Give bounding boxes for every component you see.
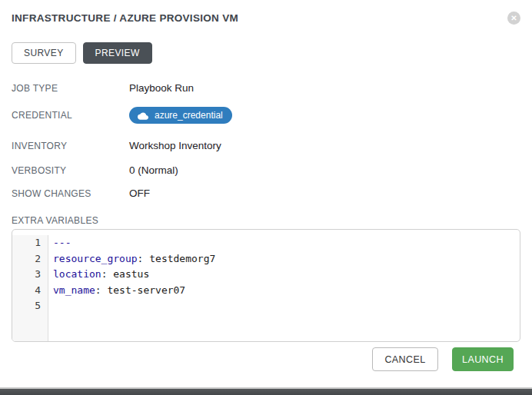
launch-button[interactable]: LAUNCH	[452, 347, 514, 371]
code-line: ---	[48, 235, 71, 251]
line-number: 4	[12, 283, 48, 299]
editor-gutter-fill	[12, 314, 520, 342]
extra-variables-editor[interactable]: 1 --- 2 resource_group: testdemorg7 3 lo…	[12, 229, 520, 342]
field-label: JOB TYPE	[12, 83, 129, 94]
field-label: INVENTORY	[12, 141, 129, 151]
field-label: CREDENTIAL	[12, 110, 129, 121]
credential-badge-label: azure_credential	[155, 110, 223, 121]
line-number: 1	[12, 235, 48, 251]
launch-preview-modal: INFRASTRUCTURE / AZURE PROVISION VM ✕ SU…	[0, 0, 532, 395]
cloud-icon	[138, 111, 148, 120]
field-value: OFF	[129, 188, 150, 199]
close-icon[interactable]: ✕	[507, 12, 520, 25]
tab-survey[interactable]: SURVEY	[12, 42, 76, 64]
tab-preview[interactable]: PREVIEW	[83, 42, 152, 64]
code-line: resource_group: testdemorg7	[48, 251, 215, 267]
line-number: 3	[12, 267, 48, 283]
editor-line: 2 resource_group: testdemorg7	[12, 251, 520, 267]
tab-bar: SURVEY PREVIEW	[12, 42, 520, 64]
field-value: 0 (Normal)	[129, 164, 178, 176]
code-line: location: eastus	[48, 267, 149, 283]
field-value: Workshop Inventory	[129, 140, 221, 151]
extra-variables-label: EXTRA VARIABLES	[12, 215, 520, 226]
job-detail-fields: JOB TYPE Playbook Run CREDENTIAL azure_c…	[12, 82, 520, 199]
cancel-button[interactable]: CANCEL	[372, 347, 438, 371]
field-value: Playbook Run	[129, 82, 194, 94]
line-number: 5	[12, 298, 48, 314]
window-bottom-edge	[0, 387, 532, 395]
modal-header: INFRASTRUCTURE / AZURE PROVISION VM ✕	[12, 0, 520, 25]
field-row-show-changes: SHOW CHANGES OFF	[12, 188, 520, 199]
editor-line: 1 ---	[12, 235, 520, 251]
editor-line: 4 vm_name: test-server07	[12, 283, 520, 299]
modal-footer: CANCEL LAUNCH	[372, 347, 514, 371]
code-line: vm_name: test-server07	[48, 283, 185, 299]
code-line	[48, 298, 53, 314]
field-row-inventory: INVENTORY Workshop Inventory	[12, 140, 520, 151]
line-number: 2	[12, 251, 48, 267]
editor-line: 5	[12, 298, 520, 314]
field-row-job-type: JOB TYPE Playbook Run	[12, 82, 520, 94]
field-label: VERBOSITY	[12, 165, 129, 176]
credential-badge[interactable]: azure_credential	[129, 107, 232, 124]
field-label: SHOW CHANGES	[12, 188, 129, 199]
field-row-credential: CREDENTIAL azure_credential	[12, 107, 520, 124]
field-row-verbosity: VERBOSITY 0 (Normal)	[12, 164, 520, 176]
modal-title: INFRASTRUCTURE / AZURE PROVISION VM	[12, 12, 238, 24]
editor-line: 3 location: eastus	[12, 267, 520, 283]
